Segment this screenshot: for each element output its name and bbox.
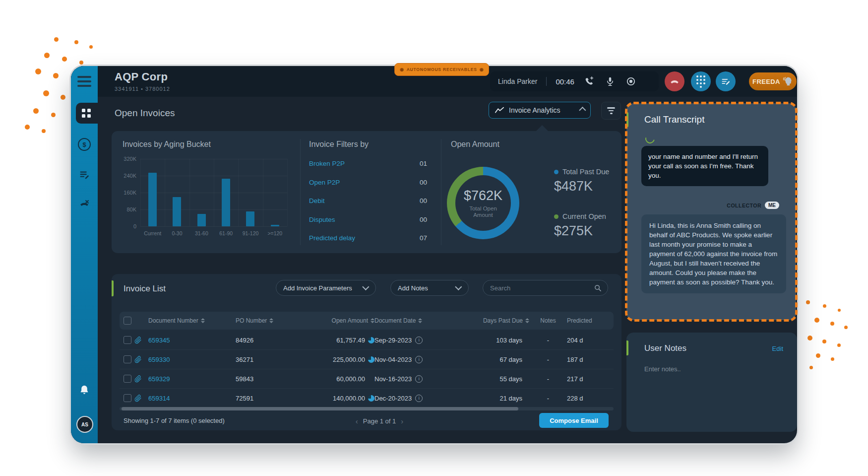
sidebar-item-alerts[interactable] — [77, 383, 91, 397]
filter-link-disputes[interactable]: Disputes — [309, 216, 335, 223]
notes-placeholder[interactable]: Enter notes.. — [644, 365, 681, 373]
edit-notes-link[interactable]: Edit — [772, 345, 783, 352]
end-call-button[interactable] — [665, 71, 684, 91]
open-amount-cell: 140,000.00 — [297, 395, 374, 402]
row-checkbox[interactable] — [124, 394, 131, 402]
amount-pie-icon[interactable] — [368, 395, 374, 402]
filter-link-broken-p2p[interactable]: Broken P2P — [309, 160, 345, 167]
table-row: 6593458492661,757.49Sep-29-2023i103 days… — [120, 331, 614, 350]
filter-link-debit[interactable]: Debit — [309, 197, 325, 204]
record-button[interactable] — [625, 75, 637, 87]
table-row: 65933036271225,000.00Nov-04-2023i67 days… — [120, 350, 614, 369]
gridline — [287, 159, 288, 226]
compose-note-button[interactable] — [716, 71, 736, 91]
decor-dot — [44, 53, 50, 58]
bar-slot — [189, 159, 214, 226]
row-checkbox[interactable] — [124, 355, 131, 363]
call-transcript-panel: Call Transcript your name and number and… — [626, 103, 796, 320]
bell-icon — [79, 385, 89, 396]
scrollbar-thumb[interactable] — [122, 407, 518, 410]
add-invoice-parameters-dropdown[interactable]: Add Invoice Parameters — [276, 280, 376, 296]
aging-chart-xaxis: Current0-3031-6061-9091-120>=120 — [140, 230, 287, 236]
info-icon[interactable]: i — [415, 356, 423, 363]
info-icon[interactable]: i — [415, 337, 423, 344]
page-indicator: Page 1 of 1 — [363, 417, 396, 425]
column-header-document-date[interactable]: Document Date — [374, 317, 457, 324]
x-tick-label: 61-90 — [214, 230, 238, 236]
notes-cell: - — [529, 395, 567, 402]
document-link[interactable]: 659314 — [148, 395, 170, 402]
microphone-icon — [606, 76, 615, 86]
sidebar-item-end-call[interactable] — [77, 198, 91, 211]
row-checkbox[interactable] — [124, 375, 131, 383]
sidebar-item-payments[interactable]: $ — [77, 137, 91, 151]
attachment-cell — [134, 356, 148, 363]
x-tick-label: 0-30 — [165, 230, 189, 236]
gridline — [140, 226, 287, 227]
sidebar: $ AS — [71, 66, 98, 443]
filter-link-predicted-delay[interactable]: Predicted delay — [309, 234, 355, 242]
sort-icon[interactable] — [525, 318, 529, 323]
column-header-po-number[interactable]: PO Number — [236, 317, 297, 324]
menu-icon[interactable] — [77, 76, 91, 87]
days-past-due-cell: 67 days — [457, 356, 529, 363]
decor-dot — [33, 108, 39, 114]
amount-pie-icon[interactable] — [368, 337, 374, 343]
document-link[interactable]: 659329 — [148, 375, 170, 383]
column-header-document-number[interactable]: Document Number — [148, 317, 236, 324]
sort-icon[interactable] — [269, 318, 273, 323]
bar-slot — [165, 159, 189, 226]
search-input[interactable] — [489, 284, 590, 292]
document-link[interactable]: 659330 — [148, 356, 170, 363]
aging-bar-61-90 — [222, 179, 230, 226]
accent-bar — [112, 280, 114, 296]
sidebar-item-dashboard[interactable] — [76, 103, 98, 124]
y-tick-label: 0 — [115, 223, 136, 229]
add-notes-dropdown[interactable]: Add Notes — [390, 280, 469, 296]
paperclip-icon[interactable] — [134, 337, 142, 344]
document-number-cell: 659314 — [148, 395, 236, 402]
info-icon[interactable]: i — [415, 395, 423, 402]
decor-dot — [807, 336, 812, 340]
sort-icon[interactable] — [201, 318, 205, 323]
filter-item: Broken P2P01 — [309, 160, 427, 167]
avatar[interactable]: AS — [76, 416, 93, 433]
badge-dot-icon: ◉ — [400, 68, 404, 72]
speaker-label: COLLECTOR ME — [727, 202, 779, 209]
analytics-dropdown[interactable]: Invoice Analytics — [489, 102, 591, 119]
notes-cell: - — [529, 337, 567, 344]
bar-slot — [214, 159, 238, 226]
sidebar-item-notes[interactable] — [77, 168, 91, 182]
filter-link-open-p2p[interactable]: Open P2P — [309, 179, 340, 186]
add-call-button[interactable] — [583, 75, 595, 87]
sort-icon[interactable] — [418, 318, 422, 323]
prev-page-icon[interactable]: ‹ — [356, 417, 358, 425]
paperclip-icon[interactable] — [134, 375, 142, 383]
filter-item: Open P2P00 — [309, 179, 427, 186]
filter-button[interactable] — [601, 102, 621, 120]
table-row: 65931472591140,000.00Dec-20-2023i21 days… — [120, 389, 614, 408]
compose-email-button[interactable]: Compose Email — [539, 413, 609, 428]
decor-dot — [42, 129, 46, 133]
sort-icon[interactable] — [371, 318, 374, 323]
open-amount-cell: 60,000.00 — [297, 375, 374, 383]
filter-count: 07 — [420, 234, 427, 242]
document-date-cell: Nov-04-2023i — [374, 356, 457, 363]
paperclip-icon[interactable] — [134, 395, 142, 402]
paperclip-icon[interactable] — [134, 356, 142, 363]
microphone-button[interactable] — [604, 75, 616, 87]
y-tick-label: 320K — [115, 156, 136, 162]
column-header-days-past-due[interactable]: Days Past Due — [457, 317, 529, 324]
select-all-checkbox[interactable] — [124, 317, 131, 325]
badge-dot-icon: ◉ — [480, 68, 484, 72]
freeda-assistant-button[interactable]: FREEDA — [749, 72, 797, 90]
document-link[interactable]: 659345 — [148, 337, 170, 344]
accent-bar — [626, 112, 628, 127]
dialpad-button[interactable] — [691, 71, 711, 91]
info-icon[interactable]: i — [415, 375, 423, 383]
row-checkbox[interactable] — [124, 336, 131, 344]
amount-pie-icon[interactable] — [368, 356, 374, 363]
column-header-open-amount[interactable]: Open Amount — [297, 317, 374, 324]
next-page-icon[interactable]: › — [401, 417, 403, 425]
decor-dot — [61, 95, 65, 100]
